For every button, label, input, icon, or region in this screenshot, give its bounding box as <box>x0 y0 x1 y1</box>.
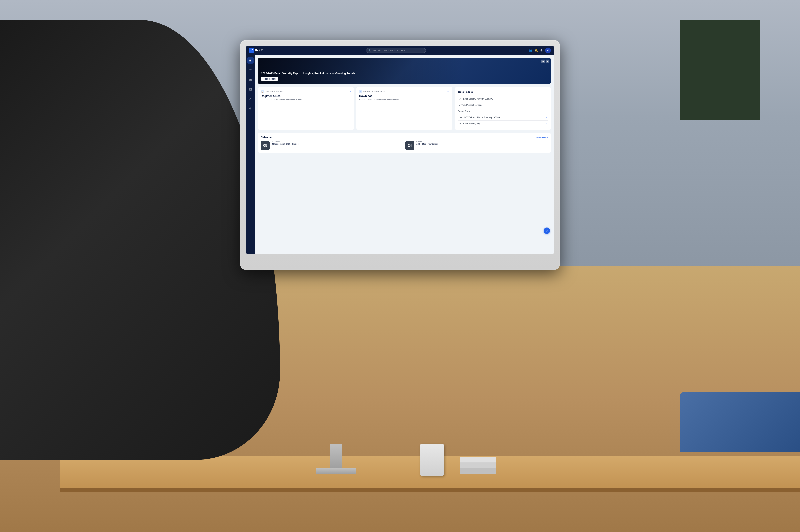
deal-registration-desc: Document and track the status and amount… <box>261 98 351 101</box>
banner-prev-btn[interactable]: ◀ <box>541 60 545 63</box>
banner-title: 2022-2023 Email Security Report: Insight… <box>261 72 355 75</box>
banner-controls: ◀ ▶ <box>541 60 549 63</box>
search-placeholder: Search for content, events, and more... <box>372 50 407 52</box>
svg-rect-1 <box>252 50 253 50</box>
deal-registration-card: 📋 Deal Registration Register A Deal Docu… <box>258 87 354 130</box>
sidebar-item-share[interactable]: ⇗ <box>247 96 254 102</box>
books-stack <box>460 438 500 474</box>
quick-link-item-2[interactable]: Banner Guide → <box>458 108 547 114</box>
quick-link-text-4: INKY Email Security Blog <box>458 122 481 125</box>
event-title-0: XChange March 2023 – Orlando <box>272 143 404 145</box>
settings-icon[interactable]: ⚙ <box>540 49 543 52</box>
calendar-event-1: 24 CALENDAR ASCII Edge – New Jersey <box>405 141 548 150</box>
monitor: INKY 🔍 Search for content, events, and m… <box>240 40 560 270</box>
quick-link-arrow-1: → <box>545 103 547 106</box>
user-avatar[interactable]: AD <box>545 48 551 53</box>
people-icon[interactable]: 👥 <box>528 49 532 52</box>
content-resources-arrow[interactable]: → <box>447 90 450 93</box>
quick-link-arrow-4: → <box>545 122 547 125</box>
monitor-screen: INKY 🔍 Search for content, events, and m… <box>246 46 554 254</box>
help-button[interactable]: ? <box>544 228 550 234</box>
logo-icon <box>249 48 254 53</box>
quick-links-card: Quick Links INKY Email Security Platform… <box>455 87 551 130</box>
quick-link-item-1[interactable]: INKY vs. Microsoft Defender → <box>458 102 547 108</box>
home-icon: ⊞ <box>249 59 252 62</box>
quick-link-item-4[interactable]: INKY Email Security Blog → <box>458 120 547 127</box>
coffee-mug <box>420 444 444 476</box>
bell-icon[interactable]: 🔔 <box>534 49 538 52</box>
content-resources-desc: Read and share the latest content and re… <box>359 98 450 101</box>
cards-row: 📋 Deal Registration Register A Deal Docu… <box>258 87 551 130</box>
calendar-event-0: 05 CALENDAR XChange March 2023 – Orlando <box>261 141 404 150</box>
calendar-events-list: 05 CALENDAR XChange March 2023 – Orlando… <box>261 141 548 150</box>
content-resources-card: ⬇ Content & Resources Download Read and … <box>356 87 452 130</box>
main-content: ◀ ▶ 2022-2023 Email Security Report: Ins… <box>255 55 554 254</box>
quick-link-item-0[interactable]: INKY Email Security Platform Overview → <box>458 96 547 102</box>
sidebar: ⊞ ♡ ▣ ▦ ⇗ ⊙ <box>246 55 255 254</box>
monitor-base <box>316 468 356 474</box>
header-search-bar[interactable]: 🔍 Search for content, events, and more..… <box>366 48 426 53</box>
quick-links-list: INKY Email Security Platform Overview → … <box>458 96 547 127</box>
sidebar-item-analytics[interactable]: ▦ <box>247 86 254 92</box>
svg-rect-0 <box>250 50 252 50</box>
app-layout: ⊞ ♡ ▣ ▦ ⇗ ⊙ <box>246 55 554 254</box>
quick-link-text-3: Love INKY? Tell your friends & earn up t… <box>458 116 500 118</box>
logo-text: INKY <box>255 49 263 52</box>
quick-link-arrow-3: → <box>545 116 547 119</box>
book-middle <box>460 462 496 468</box>
monitor-icon: ▣ <box>249 78 252 81</box>
book-bottom <box>460 468 496 474</box>
header-actions: 👥 🔔 ⚙ AD <box>528 48 551 53</box>
view-events-link[interactable]: View Events → <box>536 136 548 138</box>
search-icon: 🔍 <box>368 49 371 52</box>
calendar-section: Calendar View Events → 05 CALENDAR XChan… <box>258 133 551 153</box>
quick-link-text-2: Banner Guide <box>458 110 470 112</box>
share-icon: ⇗ <box>249 97 252 100</box>
event-date-0: 05 <box>261 141 269 150</box>
quick-link-arrow-2: → <box>545 110 547 113</box>
event-tag-0: CALENDAR <box>272 141 404 142</box>
event-details-0: CALENDAR XChange March 2023 – Orlando <box>272 141 404 145</box>
banner-read-report-button[interactable]: Read Report <box>261 77 278 81</box>
shield-icon: ⊙ <box>249 107 252 110</box>
quick-link-arrow-0: → <box>545 97 547 100</box>
deal-registration-tag: 📋 Deal Registration <box>261 90 351 93</box>
deal-registration-arrow[interactable]: + <box>350 90 351 93</box>
monitor-stand <box>330 444 342 468</box>
blue-sofa <box>680 392 800 452</box>
content-resources-title: Download <box>359 94 450 98</box>
calendar-title: Calendar <box>261 136 272 139</box>
event-title-1: ASCII Edge – New Jersey <box>416 143 548 145</box>
quick-link-text-0: INKY Email Security Platform Overview <box>458 98 493 100</box>
deal-registration-title: Register A Deal <box>261 94 351 98</box>
content-resources-tag: ⬇ Content & Resources <box>359 90 450 93</box>
banner-content: 2022-2023 Email Security Report: Insight… <box>261 72 355 81</box>
content-icon: ⬇ <box>359 90 362 93</box>
heart-icon: ♡ <box>249 69 252 72</box>
sidebar-item-dashboard[interactable]: ▣ <box>247 76 254 83</box>
sidebar-item-favorites[interactable]: ♡ <box>247 67 254 73</box>
desk-edge <box>60 488 800 492</box>
event-tag-1: CALENDAR <box>416 141 548 142</box>
hero-banner: ◀ ▶ 2022-2023 Email Security Report: Ins… <box>258 58 551 84</box>
app-header: INKY 🔍 Search for content, events, and m… <box>246 46 554 55</box>
deal-icon: 📋 <box>261 90 264 93</box>
shelf-unit <box>680 20 760 120</box>
calendar-header: Calendar View Events → <box>261 136 548 139</box>
svg-rect-2 <box>250 51 252 51</box>
quick-link-item-3[interactable]: Love INKY? Tell your friends & earn up t… <box>458 114 547 120</box>
app-logo: INKY <box>249 48 263 53</box>
chart-icon: ▦ <box>249 88 252 91</box>
banner-next-btn[interactable]: ▶ <box>545 60 549 63</box>
sidebar-item-security[interactable]: ⊙ <box>247 105 254 112</box>
quick-link-text-1: INKY vs. Microsoft Defender <box>458 104 483 106</box>
event-date-1: 24 <box>405 141 414 150</box>
event-details-1: CALENDAR ASCII Edge – New Jersey <box>416 141 548 145</box>
book-top <box>460 457 496 462</box>
sidebar-item-home[interactable]: ⊞ <box>247 57 254 63</box>
quick-links-title: Quick Links <box>458 90 547 93</box>
